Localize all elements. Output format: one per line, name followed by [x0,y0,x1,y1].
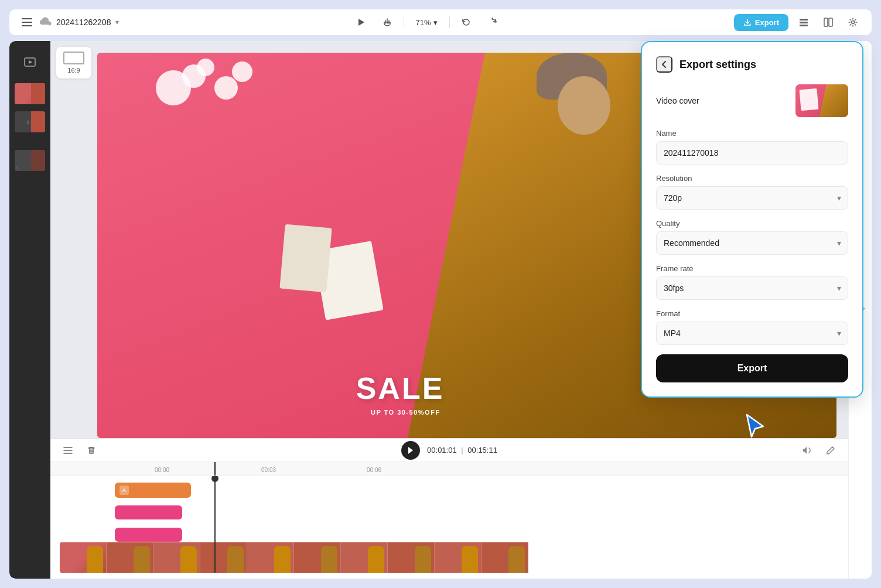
quality-select[interactable]: Recommended High Medium Low [656,231,848,255]
name-field-group: Name [656,129,848,165]
format-select[interactable]: MP4 MOV AVI GIF [656,322,848,345]
svg-rect-5 [800,22,808,23]
track-row-2 [60,503,848,522]
svg-rect-0 [22,18,32,19]
face [558,76,610,135]
zoom-level-label: 71% [416,18,431,27]
export-button[interactable]: Export [734,14,788,31]
export-button-label: Export [755,18,779,27]
resolution-select[interactable]: 360p 480p 720p 1080p 2K 4K [656,186,848,210]
video-cover-label: Video cover [656,96,699,105]
format-select-wrapper: MP4 MOV AVI GIF ▾ [656,322,848,345]
timeline-section: 00:01:01 | 00:15:11 [50,438,848,579]
svg-point-9 [851,21,854,24]
format-field-group: Format MP4 MOV AVI GIF ▾ [656,309,848,345]
delete-tool-button[interactable] [83,442,100,459]
thumb-3 [153,542,200,573]
timeline-toolbar: 00:01:01 | 00:15:11 [50,439,848,462]
play-pause-button[interactable] [401,441,420,460]
name-input[interactable] [656,141,848,165]
project-name[interactable]: 202411262208 [56,18,111,27]
current-time: 00:01:01 | 00:15:11 [427,446,497,454]
resolution-field-group: Resolution 360p 480p 720p 1080p 2K 4K ▾ [656,174,848,210]
split-view-button[interactable] [819,13,838,32]
cloud-icon [40,16,52,28]
volume-button[interactable] [799,442,815,459]
media-thumbnail-3: 6... [15,150,45,171]
quality-select-wrapper: Recommended High Medium Low ▾ [656,231,848,255]
undo-button[interactable] [457,13,476,32]
svg-marker-3 [358,19,364,26]
aspect-ratio-indicator[interactable]: 16:9 [56,47,91,78]
play-tool-button[interactable] [352,13,371,32]
layers-button[interactable] [794,13,813,32]
tracks-container: A [50,476,848,573]
thumb-6 [294,542,341,573]
zoom-button[interactable]: 71% ▾ [411,16,442,29]
track-row-3 [60,525,848,544]
format-label: Format [656,309,848,318]
quality-field-group: Quality Recommended High Medium Low ▾ [656,219,848,255]
frame-rate-select-wrapper: 24fps 25fps 30fps 50fps 60fps ▾ [656,276,848,300]
project-dropdown-icon[interactable]: ▾ [115,18,119,26]
sale-subtitle: UP TO 30-50%OFF [371,409,440,416]
frame-rate-select[interactable]: 24fps 25fps 30fps 50fps 60fps [656,276,848,300]
timeline-playhead [214,476,216,573]
svg-rect-2 [22,25,32,26]
hand-tool-button[interactable] [378,13,397,32]
name-label: Name [656,129,848,138]
edit-button[interactable] [822,442,839,459]
panel-title: Export settings [679,59,756,71]
thumb-10 [482,542,528,573]
svg-rect-7 [824,18,828,26]
clip-pink-2[interactable] [115,528,182,542]
media-thumbnail-1 [15,83,45,104]
clip-icon: A [119,486,129,495]
ratio-box [63,52,84,64]
ratio-label: 16:9 [67,67,80,74]
resolution-select-wrapper: 360p 480p 720p 1080p 2K 4K ▾ [656,186,848,210]
main-toolbar: 202411262208 ▾ 71% ▾ [9,9,872,35]
frame-rate-label: Frame rate [656,264,848,273]
quality-label: Quality [656,219,848,228]
cover-thumbnail[interactable] [795,84,848,117]
svg-rect-8 [829,18,832,26]
toolbar-left: 202411262208 ▾ [19,14,119,30]
settings-button[interactable] [844,13,862,32]
cloud-decoration-3 [197,59,214,76]
export-action-button[interactable]: Export [656,354,848,382]
playback-controls: 00:01:01 | 00:15:11 [107,441,792,460]
shopping-bag-2 [279,224,332,293]
back-button[interactable] [656,56,672,73]
ruler-mark-2: 00:06 [367,467,381,473]
export-action-label: Export [737,363,767,374]
cloud-decoration-5 [232,61,252,82]
redo-button[interactable] [483,13,501,32]
trim-tool-button[interactable] [60,442,76,459]
panel-header: Export settings [656,56,848,73]
cover-bag [799,88,818,111]
export-settings-panel: Export settings Video cover Name Resolut… [641,41,863,398]
clip-text[interactable]: A [115,483,191,498]
thumb-5 [247,542,294,573]
thumb-1 [60,542,107,573]
resolution-label: Resolution [656,174,848,183]
thumb-8 [388,542,435,573]
sidebar-item-media[interactable] [15,47,45,77]
timeline-ruler: 00:00 00:03 00:06 [50,462,848,476]
toolbar-divider [404,16,404,28]
thumb-9 [435,542,482,573]
ruler-mark-1: 00:03 [261,467,276,473]
svg-marker-11 [29,60,32,64]
thumb-7 [341,542,388,573]
cover-row: Video cover [656,84,848,117]
menu-button[interactable] [19,14,35,30]
zoom-chevron-icon: ▾ [433,18,438,27]
thumbnail-strip [60,542,848,573]
sale-text: SALE [356,371,445,406]
thumb-2 [107,542,153,573]
ruler-mark-0: 00:00 [155,467,169,473]
frame-rate-field-group: Frame rate 24fps 25fps 30fps 50fps 60fps… [656,264,848,300]
clip-pink-1[interactable] [115,505,182,519]
toolbar-right: Export [734,13,862,32]
